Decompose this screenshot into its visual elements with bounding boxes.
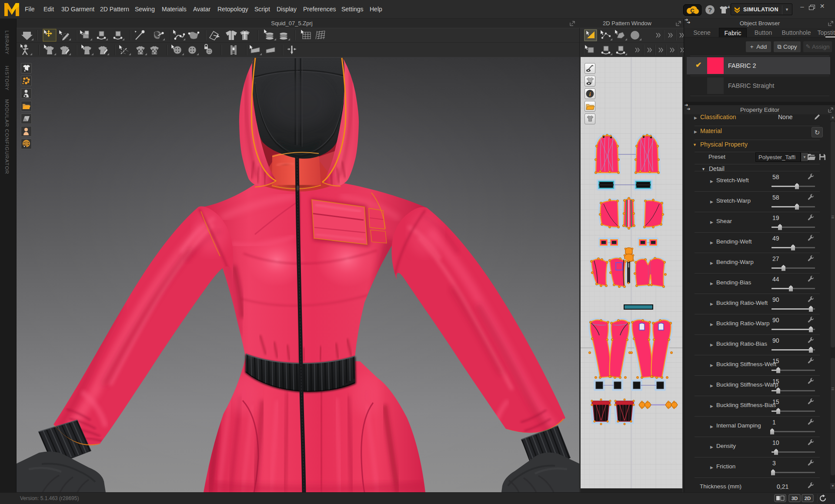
svg-text:C: C xyxy=(690,7,695,14)
svg-text:3D: 3D xyxy=(792,496,798,501)
svg-text:i: i xyxy=(589,91,591,97)
svg-text:+: + xyxy=(728,5,730,10)
svg-text:2D: 2D xyxy=(805,496,811,501)
